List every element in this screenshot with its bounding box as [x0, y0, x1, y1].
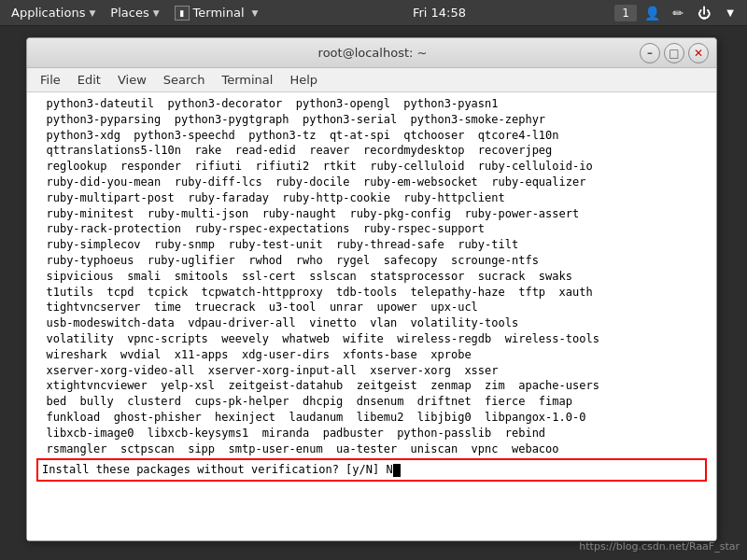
- applications-label: Applications: [11, 6, 85, 20]
- maximize-button[interactable]: □: [664, 43, 684, 63]
- power-arrow-icon[interactable]: ▼: [719, 2, 741, 24]
- people-icon[interactable]: 👤: [641, 2, 663, 24]
- terminal-line: xtightvncviewer yelp-xsl zeitgeist-datah…: [33, 378, 711, 394]
- pen-icon[interactable]: ✏: [667, 2, 689, 24]
- menu-view[interactable]: View: [110, 71, 154, 89]
- terminal-icon: ▮: [175, 6, 190, 21]
- menu-terminal[interactable]: Terminal: [214, 71, 280, 89]
- menu-help[interactable]: Help: [282, 71, 325, 89]
- menu-search[interactable]: Search: [156, 71, 213, 89]
- places-arrow-icon: ▼: [153, 8, 160, 18]
- terminal-line: ruby-typhoeus ruby-uglifier rwhod rwho r…: [33, 253, 711, 269]
- prompt-content: Install these packages without verificat…: [42, 462, 393, 478]
- terminal-line: xserver-xorg-video-all xserver-xorg-inpu…: [33, 363, 711, 379]
- minimize-button[interactable]: –: [640, 43, 660, 63]
- terminal-line: wireshark wvdial x11-apps xdg-user-dirs …: [33, 347, 711, 363]
- menu-file[interactable]: File: [33, 71, 68, 89]
- close-button[interactable]: ✕: [688, 43, 709, 63]
- terminal-line: qttranslations5-l10n rake read-edid reav…: [33, 143, 711, 159]
- terminal-line: ruby-multipart-post ruby-faraday ruby-ht…: [33, 190, 711, 206]
- prompt-line: Install these packages without verificat…: [36, 458, 707, 482]
- places-label: Places: [110, 6, 148, 20]
- terminal-window: root@localhost: ~ – □ ✕ File Edit View S…: [26, 37, 717, 541]
- power-icon[interactable]: ⏻: [693, 2, 715, 24]
- taskbar: Applications ▼ Places ▼ ▮ Terminal ▼ Fri…: [0, 0, 747, 26]
- workspace-indicator[interactable]: 1: [614, 5, 637, 21]
- terminal-line: ruby-did-you-mean ruby-diff-lcs ruby-doc…: [33, 175, 711, 190]
- terminal-line: python3-xdg python3-speechd python3-tz q…: [33, 128, 711, 144]
- terminal-line: t1utils tcpd tcpick tcpwatch-httpproxy t…: [33, 285, 711, 301]
- terminal-label: Terminal: [193, 6, 245, 20]
- window-title: root@localhost: ~: [109, 46, 636, 60]
- terminal-scroll[interactable]: python3-dateutil python3-decorator pytho…: [27, 92, 716, 540]
- terminal-line: usb-modeswitch-data vdpau-driver-all vin…: [33, 315, 711, 331]
- terminal-line: ruby-rack-protection ruby-rspec-expectat…: [33, 221, 711, 237]
- terminal-line: ruby-minitest ruby-multi-json ruby-naugh…: [33, 206, 711, 222]
- terminal-line: ruby-simplecov ruby-snmp ruby-test-unit …: [33, 237, 711, 253]
- taskbar-clock: Fri 14:58: [267, 6, 611, 20]
- terminal-line: funkload ghost-phisher hexinject laudanu…: [33, 410, 711, 426]
- terminal-menu[interactable]: ▮ Terminal ▼: [169, 2, 264, 24]
- places-menu[interactable]: Places ▼: [105, 2, 164, 24]
- terminal-content: python3-dateutil python3-decorator pytho…: [27, 92, 716, 540]
- menu-edit[interactable]: Edit: [70, 71, 108, 89]
- prompt-text: Install these packages without verificat…: [42, 462, 701, 478]
- terminal-line: python3-dateutil python3-decorator pytho…: [33, 96, 711, 112]
- watermark: https://blog.csdn.net/RaaF_star: [579, 540, 740, 553]
- terminal-line: reglookup responder rifiuti rifiuti2 rtk…: [33, 159, 711, 175]
- window-controls: – □ ✕: [636, 43, 709, 63]
- terminal-line: sipvicious smali smitools ssl-cert sslsc…: [33, 269, 711, 285]
- terminal-line: bed bully clusterd cups-pk-helper dhcpig…: [33, 394, 711, 410]
- terminal-line: rsmangler sctpscan sipp smtp-user-enum u…: [33, 441, 711, 457]
- terminal-line: python3-pyparsing python3-pygtgraph pyth…: [33, 112, 711, 128]
- terminal-line: tightvncserver time truecrack u3-tool un…: [33, 300, 711, 315]
- taskbar-right: 1 👤 ✏ ⏻ ▼: [614, 2, 741, 24]
- applications-arrow-icon: ▼: [89, 8, 95, 18]
- applications-menu[interactable]: Applications ▼: [6, 2, 101, 24]
- title-bar: root@localhost: ~ – □ ✕: [27, 38, 716, 68]
- terminal-line: libxcb-image0 libxcb-keysyms1 miranda pa…: [33, 426, 711, 441]
- terminal-line: volatility vpnc-scripts weevely whatweb …: [33, 331, 711, 347]
- terminal-arrow-icon: ▼: [252, 8, 259, 18]
- terminal-lines: python3-dateutil python3-decorator pytho…: [33, 96, 711, 456]
- menu-bar: File Edit View Search Terminal Help: [27, 68, 716, 92]
- cursor: [393, 464, 401, 477]
